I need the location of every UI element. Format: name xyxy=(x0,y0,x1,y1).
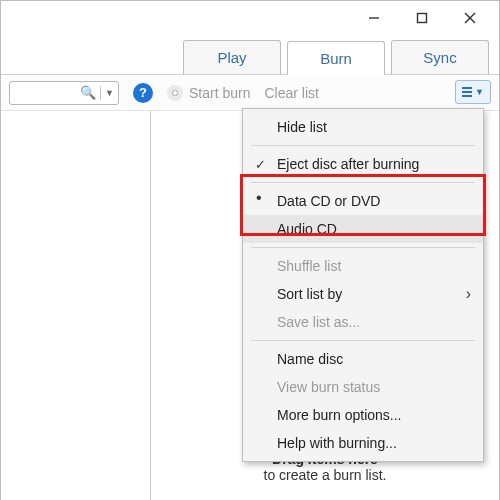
menu-data-cd-dvd[interactable]: Data CD or DVD xyxy=(243,187,483,215)
chevron-down-icon: ▼ xyxy=(105,88,114,98)
menu-separator xyxy=(251,340,475,341)
menu-name-disc[interactable]: Name disc xyxy=(243,345,483,373)
tab-play[interactable]: Play xyxy=(183,40,281,74)
minimize-button[interactable] xyxy=(351,3,397,33)
list-options-button[interactable]: ▼ xyxy=(455,80,491,104)
menu-shuffle-list: Shuffle list xyxy=(243,252,483,280)
search-box[interactable]: 🔍 ▼ xyxy=(9,81,119,105)
menu-separator xyxy=(251,182,475,183)
library-pane xyxy=(1,111,151,500)
tab-sync[interactable]: Sync xyxy=(391,40,489,74)
menu-separator xyxy=(251,247,475,248)
clear-list-label: Clear list xyxy=(264,85,318,101)
list-icon xyxy=(462,87,472,97)
divider xyxy=(100,86,101,100)
tab-bar: Play Burn Sync xyxy=(1,35,499,75)
menu-view-burn-status: View burn status xyxy=(243,373,483,401)
toolbar: 🔍 ▼ ? Start burn Clear list ▼ xyxy=(1,75,499,111)
clear-list-button[interactable]: Clear list xyxy=(264,85,318,101)
help-icon[interactable]: ? xyxy=(133,83,153,103)
menu-eject-after-burn[interactable]: Eject disc after burning xyxy=(243,150,483,178)
menu-more-burn-options[interactable]: More burn options... xyxy=(243,401,483,429)
maximize-button[interactable] xyxy=(399,3,445,33)
menu-sort-list-by[interactable]: Sort list by xyxy=(243,280,483,308)
tab-burn[interactable]: Burn xyxy=(287,41,385,75)
search-icon: 🔍 xyxy=(80,85,96,100)
chevron-down-icon: ▼ xyxy=(475,87,484,97)
burn-options-menu: Hide list Eject disc after burning Data … xyxy=(242,108,484,462)
menu-save-list-as: Save list as... xyxy=(243,308,483,336)
menu-audio-cd[interactable]: Audio CD xyxy=(243,215,483,243)
start-burn-button[interactable]: Start burn xyxy=(167,85,250,101)
menu-help-burning[interactable]: Help with burning... xyxy=(243,429,483,457)
drop-hint-line2: to create a burn list. xyxy=(264,467,387,483)
menu-hide-list[interactable]: Hide list xyxy=(243,113,483,141)
menu-separator xyxy=(251,145,475,146)
close-button[interactable] xyxy=(447,3,493,33)
svg-rect-1 xyxy=(418,14,427,23)
window-controls xyxy=(1,1,499,35)
start-burn-label: Start burn xyxy=(189,85,250,101)
disc-icon xyxy=(167,85,183,101)
